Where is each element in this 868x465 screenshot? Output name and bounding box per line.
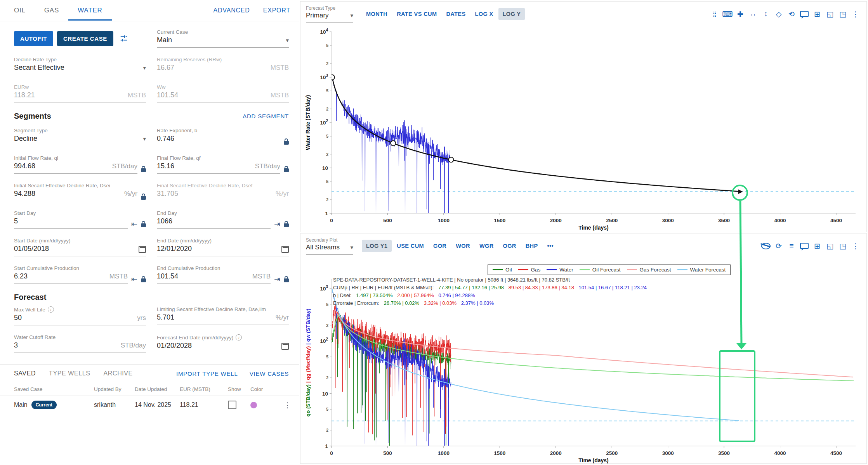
kebab-menu-icon[interactable]: ⋮ (849, 8, 862, 20)
tab-water[interactable]: WATER (68, 0, 112, 21)
field-value: 118.21 (14, 91, 35, 99)
expand-icon[interactable]: ◱ (824, 240, 836, 252)
field-label: EURw (14, 84, 146, 90)
expand-icon[interactable]: ◱ (824, 8, 836, 20)
segment-type-select[interactable]: Decline ▾ (14, 135, 146, 146)
forecast-header: Forecast (14, 293, 46, 302)
final-flow-rate-input[interactable]: 15.16 STB/day (157, 162, 280, 174)
current-case-select[interactable]: Main ▾ (157, 36, 289, 48)
decline-rate-type-select[interactable]: Secant Effective ▾ (14, 64, 146, 75)
chart-legend[interactable]: Oil Gas Water Oil Forecast Gas Forecast … (488, 264, 731, 275)
svg-text:0: 0 (330, 450, 333, 456)
fullscreen-icon[interactable]: ◳ (837, 8, 849, 20)
advanced-link[interactable]: ADVANCED (214, 7, 250, 14)
log-y-button[interactable]: LOG Y (498, 8, 525, 20)
use-cum-button[interactable]: USE CUM (392, 240, 428, 252)
water-error: 2.37% | 0.03% (461, 300, 494, 306)
lock-icon[interactable] (284, 168, 289, 172)
anchor-to-end-icon[interactable]: ⇥ (274, 220, 280, 228)
ogr-button[interactable]: OGR (499, 240, 521, 252)
start-cumulative-input[interactable]: 6.23 MSTB (14, 272, 128, 284)
field-value: 15.16 (157, 162, 174, 170)
create-case-button[interactable]: CREATE CASE (57, 31, 113, 46)
vertical-zoom-icon[interactable]: ↕ (760, 8, 772, 20)
gor-button[interactable]: GOR (429, 240, 451, 252)
calendar-icon[interactable] (281, 246, 289, 253)
show-checkbox[interactable] (228, 401, 236, 409)
import-type-well-link[interactable]: IMPORT TYPE WELL (176, 370, 238, 377)
wgr-button[interactable]: WGR (475, 240, 498, 252)
limiting-decline-rate-input[interactable]: 5.701 %/yr (157, 313, 289, 325)
anchor-to-start-icon[interactable]: ⇤ (131, 275, 137, 283)
info-icon[interactable]: i (236, 334, 242, 341)
end-day-input[interactable]: 1066 (157, 217, 271, 229)
kebab-menu-icon[interactable]: ⋮ (849, 240, 862, 252)
lock-icon[interactable] (141, 168, 146, 172)
forecast-end-date-input[interactable]: 01/20/2028 (157, 342, 289, 353)
initial-decline-rate-input[interactable]: 94.288 %/yr (14, 190, 137, 201)
month-button[interactable]: MONTH (362, 8, 392, 20)
tab-oil[interactable]: OIL (5, 0, 35, 21)
add-segment-link[interactable]: ADD SEGMENT (243, 113, 289, 119)
secondary-plot-select[interactable]: Secondary Plot All Streams ▾ (306, 237, 353, 255)
lock-icon[interactable] (284, 223, 289, 227)
anchor-to-start-icon[interactable]: ⇤ (131, 220, 137, 228)
start-day-input[interactable]: 5 (14, 217, 128, 229)
calendar-icon[interactable] (139, 246, 146, 253)
water-cutoff-rate-input[interactable]: 3 STB/day (14, 341, 146, 353)
log-y1-button[interactable]: LOG Y1 (362, 240, 392, 252)
lock-icon[interactable] (284, 278, 289, 282)
data-table-icon[interactable]: ⊞ (811, 8, 823, 20)
tune-icon[interactable] (117, 32, 130, 45)
comment-icon[interactable] (798, 240, 811, 252)
end-date-input[interactable]: 12/01/2020 (157, 245, 289, 256)
gas-decline-params: 2.000 | 57.964% (397, 292, 434, 298)
tab-archive[interactable]: ARCHIVE (104, 370, 133, 377)
data-table-icon[interactable]: ⊞ (811, 240, 823, 252)
tab-gas[interactable]: GAS (35, 0, 68, 21)
info-icon[interactable]: i (48, 306, 54, 313)
autofit-button[interactable]: AUTOFIT (14, 31, 53, 46)
tab-saved[interactable]: SAVED (14, 370, 36, 377)
max-well-life-input[interactable]: 50 yrs (14, 314, 146, 325)
view-cases-link[interactable]: VIEW CASES (250, 370, 289, 377)
rate-exponent-input[interactable]: 0.746 (157, 135, 280, 146)
horizontal-zoom-icon[interactable]: ↔ (747, 8, 759, 20)
align-icon[interactable]: ≡ (785, 240, 798, 252)
lock-icon[interactable] (141, 278, 146, 282)
more-streams-button[interactable]: ••• (543, 240, 558, 252)
lasso-select-icon[interactable]: ⟲ (785, 8, 798, 20)
calendar-icon[interactable] (281, 343, 289, 350)
lock-icon[interactable] (141, 223, 146, 227)
field-label: End Cumulative Production (157, 265, 271, 271)
field-value: Primary (306, 12, 329, 19)
tab-type-wells[interactable]: TYPE WELLS (49, 370, 90, 377)
kebab-menu-icon[interactable]: ⋮ (280, 401, 295, 410)
keyboard-shortcuts-icon[interactable]: ⌨ (721, 8, 734, 20)
dates-button[interactable]: DATES (442, 8, 470, 20)
sync-icon[interactable]: ⟳ (773, 240, 785, 252)
pan-icon[interactable]: ✚ (734, 8, 746, 20)
comment-icon[interactable] (798, 8, 811, 20)
initial-flow-rate-input[interactable]: 994.68 STB/day (14, 162, 137, 174)
case-table-row[interactable]: Main Current srikanth 14 Nov. 2025 118.2… (0, 396, 299, 414)
export-link[interactable]: EXPORT (263, 7, 290, 14)
marker-style-icon[interactable]: ◇ (773, 8, 785, 20)
end-cumulative-input[interactable]: 101.54 MSTB (157, 272, 271, 284)
case-color-dot[interactable] (250, 402, 257, 408)
bhp-button[interactable]: BHP (521, 240, 542, 252)
wor-button[interactable]: WOR (451, 240, 474, 252)
anchor-to-end-icon[interactable]: ⇥ (274, 275, 280, 283)
rate-vs-cum-button[interactable]: RATE VS CUM (392, 8, 441, 20)
forecast-type-select[interactable]: Forecast Type Primary ▾ (306, 5, 353, 23)
lock-icon[interactable] (141, 196, 146, 200)
lock-icon[interactable] (284, 141, 289, 145)
drag-handle-icon[interactable]: ⣿ (708, 8, 721, 20)
rate-exponent-field: Rate Exponent, b 0.746 (157, 128, 280, 146)
log-x-button[interactable]: LOG X (470, 8, 497, 20)
remaining-reserves-input: 16.67 MSTB (157, 64, 289, 75)
fullscreen-icon[interactable]: ◳ (837, 240, 849, 252)
hide-series-icon[interactable] (760, 240, 772, 252)
primary-forecast-chart[interactable]: 1251025102251032510405001000150020002500… (300, 2, 867, 233)
start-date-input[interactable]: 01/05/2018 (14, 245, 146, 256)
